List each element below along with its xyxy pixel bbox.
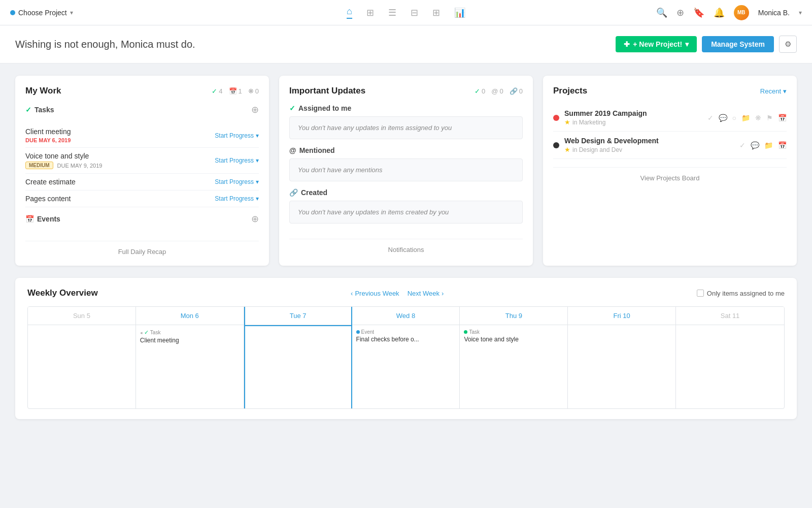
cal-event-title[interactable]: Final checks before o...	[356, 336, 456, 343]
apps-icon[interactable]: ⊞	[432, 7, 440, 18]
start-progress-label: Start Progress	[215, 157, 254, 164]
check-stat-val: 0	[482, 87, 485, 95]
greeting-text: Wishing is not enough, Monica must do.	[15, 39, 195, 50]
start-progress-button[interactable]: Start Progress ▾	[215, 178, 259, 185]
task-meta: MEDIUM DUE MAY 9, 2019	[25, 162, 102, 169]
day-label-wed: Wed 8	[396, 312, 415, 320]
mentioned-empty-box: You don't have any mentions	[289, 158, 523, 181]
assigned-label: ✓ Assigned to me	[289, 104, 523, 112]
event-stat: 📅 1	[229, 87, 242, 95]
day-header-tue: Tue 7	[245, 307, 351, 325]
add-task-button[interactable]: ⊕	[251, 104, 259, 115]
weekly-title: Weekly Overview	[27, 288, 98, 298]
list-icon[interactable]: ☰	[388, 7, 396, 18]
avatar[interactable]: MB	[734, 5, 749, 20]
start-progress-button[interactable]: Start Progress ▾	[215, 195, 259, 202]
settings-button[interactable]: ⚙	[779, 36, 797, 53]
proj-circle-icon[interactable]: ○	[732, 114, 736, 122]
user-chevron-icon[interactable]: ▾	[799, 9, 802, 16]
created-section: 🔗 Created You don't have any updates in …	[289, 188, 523, 224]
task-left: Pages content	[25, 195, 71, 203]
recent-dropdown[interactable]: Recent ▾	[760, 87, 787, 95]
project-dot-red	[553, 115, 559, 121]
task-name: Voice tone and style	[25, 152, 102, 160]
due-label: DUE MAY 6, 2019	[25, 137, 71, 143]
proj-check-icon[interactable]: ✓	[707, 114, 714, 122]
event-dot	[356, 330, 360, 334]
day-column-sat: Sat 11	[676, 307, 784, 408]
bookmark-icon[interactable]: 🔖	[693, 7, 704, 18]
assigned-label-text: Assigned to me	[298, 104, 351, 112]
cal-event-title[interactable]: Client meeting	[140, 337, 240, 344]
assigned-section: ✓ Assigned to me You don't have any upda…	[289, 104, 523, 139]
task-item: Voice tone and style MEDIUM DUE MAY 9, 2…	[25, 148, 259, 174]
chevron-right-icon: ▾	[256, 132, 259, 139]
project-category: ★ in Marketing	[564, 118, 702, 126]
project-dot	[10, 10, 15, 15]
tasks-check-icon: ✓	[25, 106, 31, 114]
home-icon[interactable]: ⌂	[347, 6, 352, 19]
proj-chat-icon[interactable]: 💬	[719, 114, 727, 122]
project-actions: ✓ 💬 ○ 📁 ❋ ⚑ 📅	[707, 114, 787, 122]
events-label-text: Events	[37, 215, 60, 223]
start-progress-label: Start Progress	[215, 195, 254, 202]
cal-event-label: Task	[464, 329, 563, 335]
day-column-thu: Thu 9 Task Voice tone and style	[460, 307, 568, 408]
proj-folder-icon[interactable]: 📁	[741, 114, 750, 122]
proj-calendar-icon[interactable]: 📅	[778, 141, 787, 149]
project-item: Summer 2019 Campaign ★ in Marketing ✓ 💬 …	[553, 104, 787, 132]
proj-folder-icon[interactable]: 📁	[764, 141, 773, 149]
view-projects-board-link[interactable]: View Projects Board	[640, 174, 700, 182]
next-week-button[interactable]: Next Week ›	[408, 290, 444, 297]
new-project-button[interactable]: ✚ + New Project! ▾	[616, 36, 697, 52]
updates-stats: ✓ 0 @ 0 🔗 0	[475, 87, 523, 95]
project-name[interactable]: Summer 2019 Campaign	[564, 109, 702, 117]
my-work-card: My Work ✓ 4 📅 1 ❋ 0	[15, 76, 269, 266]
new-project-plus-icon: ✚	[624, 40, 630, 48]
mentioned-label-text: Mentioned	[299, 146, 335, 154]
only-me-checkbox[interactable]: Only items assigned to me	[697, 290, 785, 297]
user-name[interactable]: Monica B.	[758, 9, 790, 17]
next-week-label: Next Week	[408, 290, 439, 297]
day-header-wed: Wed 8	[352, 307, 460, 325]
weekly-nav: ‹ Previous Week Next Week ›	[351, 290, 444, 297]
link-stat-val: 0	[519, 87, 523, 95]
star-stat: ❋ 0	[248, 87, 259, 95]
board-icon[interactable]: ⊞	[366, 7, 374, 18]
notifications-link[interactable]: Notifications	[388, 246, 424, 253]
proj-chat-icon[interactable]: 💬	[751, 141, 759, 149]
gear-icon: ⚙	[785, 40, 791, 49]
manage-system-button[interactable]: Manage System	[702, 36, 774, 52]
chart-icon[interactable]: 📊	[454, 7, 465, 18]
project-selector[interactable]: Choose Project ▾	[10, 9, 73, 17]
add-event-button[interactable]: ⊕	[251, 213, 259, 225]
cal-event-title[interactable]: Voice tone and style	[464, 336, 563, 343]
search-icon[interactable]: 🔍	[656, 7, 667, 18]
project-actions: ✓ 💬 📁 📅	[739, 141, 787, 149]
bell-icon[interactable]: 🔔	[714, 7, 725, 18]
plus-circle-icon[interactable]: ⊕	[676, 7, 684, 18]
proj-calendar-icon[interactable]: 📅	[778, 114, 787, 122]
start-progress-button[interactable]: Start Progress ▾	[215, 132, 259, 139]
task-left: Create estimate	[25, 178, 76, 186]
proj-star2-icon[interactable]: ❋	[755, 114, 761, 122]
events-label: 📅 Events	[25, 215, 60, 223]
event-dot	[464, 330, 467, 334]
events-section-header: 📅 Events ⊕	[25, 213, 259, 228]
assigned-check-icon: ✓	[289, 104, 295, 112]
prev-week-button[interactable]: ‹ Previous Week	[351, 290, 399, 297]
day-header-sat: Sat 11	[676, 307, 784, 325]
assigned-empty-box: You don't have any updates in items assi…	[289, 116, 523, 139]
proj-check-icon[interactable]: ✓	[739, 141, 746, 149]
check-icon-small: ✓	[144, 329, 149, 336]
full-daily-recap-link[interactable]: Full Daily Recap	[118, 248, 166, 256]
proj-flag-icon[interactable]: ⚑	[766, 114, 773, 122]
grid-icon[interactable]: ⊟	[411, 7, 418, 18]
start-progress-button[interactable]: Start Progress ▾	[215, 157, 259, 164]
project-name[interactable]: Web Design & Development	[564, 137, 734, 145]
event-count: 1	[239, 87, 242, 95]
mentioned-label: @ Mentioned	[289, 146, 523, 154]
day-label-tue: Tue 7	[290, 312, 307, 320]
created-label: 🔗 Created	[289, 188, 523, 197]
nav-center: ⌂ ⊞ ☰ ⊟ ⊞ 📊	[347, 6, 465, 19]
